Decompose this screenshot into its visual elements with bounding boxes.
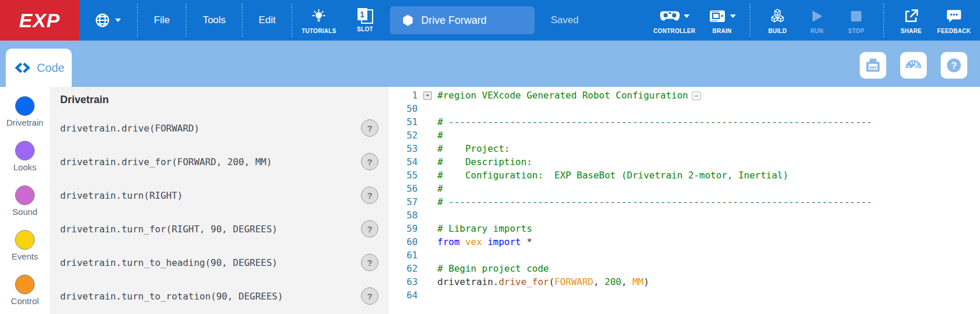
code-line: 52# <box>389 129 980 142</box>
language-menu-button[interactable] <box>79 0 136 41</box>
line-number: 61 <box>389 249 418 262</box>
brain-icon <box>708 8 727 24</box>
menu-file[interactable]: File <box>139 0 185 41</box>
fold-gutter <box>418 195 437 209</box>
command-row[interactable]: drivetrain.turn_to_heading(90, DEGREES)? <box>60 246 389 279</box>
feedback-button[interactable]: FEEDBACK <box>934 7 974 34</box>
code-line: 51# ------------------------------------… <box>389 115 980 129</box>
command-help-button[interactable]: ? <box>361 220 378 238</box>
line-number: 63 <box>389 275 418 289</box>
tutorials-button[interactable]: TUTORIALS <box>298 7 340 34</box>
command-text[interactable]: drivetrain.turn_to_rotation(90, DEGREES) <box>60 291 283 302</box>
menu-edit[interactable]: Edit <box>244 0 290 41</box>
fold-gutter <box>418 209 437 222</box>
category-looks[interactable]: Looks <box>13 141 36 172</box>
line-number: 58 <box>389 209 418 222</box>
run-button[interactable]: RUN <box>800 7 834 34</box>
fold-gutter <box>418 235 437 249</box>
code-text: # Configuration: EXP BaseBot (Drivetrain… <box>437 169 789 182</box>
command-text[interactable]: drivetrain.turn_to_heading(90, DEGREES) <box>60 257 278 268</box>
controller-icon <box>660 9 680 24</box>
category-color-dot[interactable] <box>15 275 35 294</box>
category-sound[interactable]: Sound <box>12 185 37 217</box>
line-number: 60 <box>389 235 418 249</box>
code-text: # <box>437 129 443 142</box>
hexagon-icon <box>401 13 414 27</box>
command-help-button[interactable]: ? <box>361 287 378 305</box>
tab-code[interactable]: Code <box>6 49 72 87</box>
folded-region-ellipsis[interactable]: ⋯ <box>692 92 701 100</box>
command-text[interactable]: drivetrain.turn_for(RIGHT, 90, DEGREES) <box>60 224 278 235</box>
line-number: 64 <box>389 289 418 302</box>
category-color-dot[interactable] <box>15 185 35 205</box>
globe-icon <box>94 12 110 28</box>
code-line: 54# Description: <box>389 155 980 169</box>
category-control[interactable]: Control <box>11 275 39 306</box>
controller-button[interactable]: CONTROLLER <box>650 7 699 34</box>
brain-button[interactable]: BRAIN <box>705 7 739 34</box>
command-help-button[interactable]: ? <box>361 187 378 204</box>
command-text[interactable]: drivetrain.drive_for(FORWARD, 200, MM) <box>60 156 272 167</box>
vex-exp-logo[interactable]: EXP <box>0 0 79 41</box>
command-text[interactable]: drivetrain.turn(RIGHT) <box>60 190 183 201</box>
run-icon <box>809 7 824 25</box>
category-drivetrain[interactable]: Drivetrain <box>6 96 43 127</box>
category-label: Control <box>11 296 39 306</box>
slot-icon: 1 <box>358 8 373 24</box>
tutorials-label: TUTORIALS <box>301 28 336 34</box>
category-events[interactable]: Events <box>12 230 38 261</box>
stop-icon <box>849 7 863 25</box>
monitor-gauge-button[interactable] <box>900 52 927 79</box>
project-group: 1 SLOT Drive Forward Saved <box>348 0 579 41</box>
code-line: 1+#region VEXcode Generated Robot Config… <box>389 89 980 102</box>
slot-label: SLOT <box>357 26 373 32</box>
line-number: 53 <box>389 142 418 155</box>
tab-bar: Code <box>0 41 980 87</box>
command-help-button[interactable]: ? <box>361 254 378 271</box>
fold-gutter <box>418 102 437 115</box>
code-editor[interactable]: 1+#region VEXcode Generated Robot Config… <box>389 87 980 314</box>
category-color-dot[interactable] <box>15 141 35 160</box>
command-panel-header: Drivetrain <box>60 94 389 111</box>
build-button[interactable]: BUILD <box>761 7 794 34</box>
category-color-dot[interactable] <box>15 96 35 116</box>
main-area: DrivetrainLooksSoundEventsControl Drivet… <box>0 87 980 314</box>
category-color-dot[interactable] <box>15 230 35 250</box>
menu-tools[interactable]: Tools <box>187 0 241 41</box>
printer-icon <box>864 57 882 74</box>
stop-button[interactable]: STOP <box>839 7 873 34</box>
divider <box>750 3 750 37</box>
project-name-button[interactable]: Drive Forward <box>390 6 535 34</box>
divider <box>186 3 186 37</box>
code-line: 60from vex import * <box>389 235 980 249</box>
category-label: Events <box>12 251 38 261</box>
fold-toggle-button[interactable]: + <box>423 92 432 100</box>
project-name: Drive Forward <box>421 14 487 27</box>
share-button[interactable]: SHARE <box>894 7 928 34</box>
code-line: 64 <box>389 289 980 302</box>
chevron-down-icon <box>115 19 121 22</box>
line-number: 59 <box>389 222 418 235</box>
category-label: Drivetrain <box>6 118 43 127</box>
top-toolbar: EXP File Tools Edit <box>0 0 980 41</box>
command-help-button[interactable]: ? <box>361 153 378 170</box>
code-text: # Description: <box>437 155 532 169</box>
print-console-button[interactable] <box>860 52 886 79</box>
fold-gutter <box>418 289 437 302</box>
share-label: SHARE <box>901 28 922 34</box>
command-row[interactable]: drivetrain.turn(RIGHT)? <box>60 178 389 212</box>
code-line: 59# Library imports <box>389 222 980 235</box>
menu-group: File Tools Edit TUTORIALS <box>79 0 340 41</box>
fold-gutter <box>418 142 437 155</box>
code-text: # --------------------------------------… <box>437 115 872 129</box>
lightbulb-icon <box>311 7 326 25</box>
command-row[interactable]: drivetrain.turn_for(RIGHT, 90, DEGREES)? <box>60 212 389 246</box>
slot-button[interactable]: 1 SLOT <box>348 8 382 32</box>
help-button[interactable]: ? <box>941 52 967 79</box>
command-text[interactable]: drivetrain.drive(FORWARD) <box>60 123 200 134</box>
command-row[interactable]: drivetrain.drive_for(FORWARD, 200, MM)? <box>60 145 389 178</box>
command-row[interactable]: drivetrain.turn_to_rotation(90, DEGREES)… <box>60 279 389 313</box>
build-cubes-icon <box>769 7 786 25</box>
command-row[interactable]: drivetrain.drive(FORWARD)? <box>60 111 389 145</box>
command-help-button[interactable]: ? <box>361 119 378 137</box>
